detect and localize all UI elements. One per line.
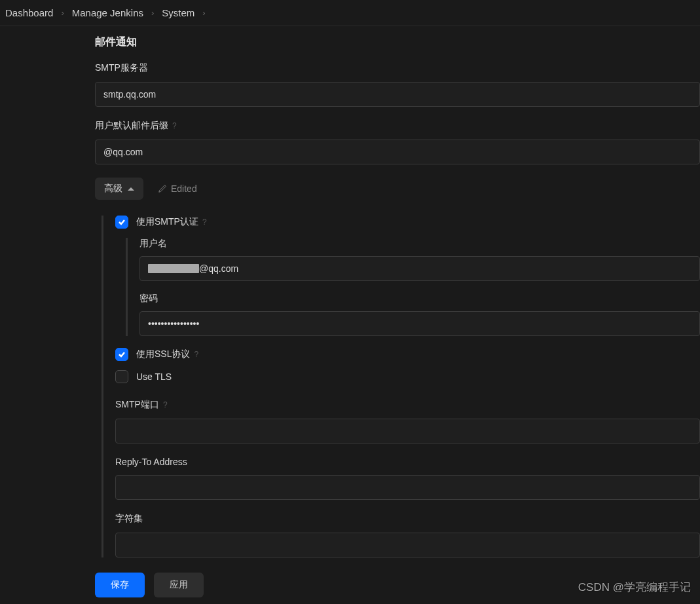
help-icon[interactable]: ?: [194, 350, 198, 359]
breadcrumb-manage-jenkins[interactable]: Manage Jenkins: [72, 7, 143, 18]
username-field: 用户名 @qq.com: [139, 238, 700, 281]
help-icon[interactable]: ?: [163, 400, 168, 409]
smtp-server-field: SMTP服务器: [95, 62, 700, 107]
check-icon: [118, 218, 126, 226]
use-ssl-checkbox[interactable]: [115, 348, 128, 361]
advanced-toggle-button[interactable]: 高级: [95, 178, 143, 200]
chevron-right-icon: ›: [151, 8, 154, 18]
breadcrumb-system[interactable]: System: [162, 7, 194, 18]
reply-to-label: Reply-To Address: [115, 457, 700, 467]
use-tls-checkbox[interactable]: [115, 370, 128, 383]
smtp-server-input[interactable]: [95, 82, 700, 107]
chevron-up-icon: [128, 187, 134, 191]
use-smtp-auth-checkbox[interactable]: [115, 216, 128, 229]
charset-field: 字符集: [115, 513, 700, 557]
username-label: 用户名: [139, 238, 700, 250]
masked-username: [148, 264, 199, 273]
chevron-right-icon: ›: [61, 8, 64, 18]
smtp-port-input[interactable]: [115, 419, 700, 444]
password-input[interactable]: [139, 311, 700, 336]
password-field: 密码: [139, 293, 700, 336]
advanced-row: 高级 Edited: [95, 178, 700, 200]
chevron-right-icon: ›: [202, 8, 205, 18]
use-tls-row: Use TLS: [115, 370, 700, 383]
apply-button[interactable]: 应用: [154, 573, 204, 597]
use-tls-label: Use TLS: [136, 371, 172, 382]
charset-label: 字符集: [115, 513, 700, 525]
auth-credentials: 用户名 @qq.com 密码: [126, 238, 700, 336]
pencil-icon: [158, 184, 167, 193]
watermark: CSDN @学亮编程手记: [578, 580, 691, 595]
default-suffix-field: 用户默认邮件后缀?: [95, 120, 700, 164]
reply-to-field: Reply-To Address: [115, 457, 700, 500]
save-button[interactable]: 保存: [95, 573, 145, 597]
section-title: 邮件通知: [95, 35, 700, 49]
smtp-port-label: SMTP端口?: [115, 399, 700, 411]
smtp-server-label: SMTP服务器: [95, 62, 700, 74]
use-ssl-row: 使用SSL协议?: [115, 348, 700, 361]
help-icon[interactable]: ?: [172, 121, 177, 130]
advanced-section: 使用SMTP认证? 用户名 @qq.com 密码 使用SSL协议?: [101, 216, 700, 557]
breadcrumb-dashboard[interactable]: Dashboard: [5, 7, 53, 18]
default-suffix-label: 用户默认邮件后缀?: [95, 120, 700, 132]
smtp-port-field: SMTP端口?: [115, 399, 700, 444]
use-ssl-label: 使用SSL协议?: [136, 349, 198, 360]
check-icon: [118, 350, 126, 358]
default-suffix-input[interactable]: [95, 140, 700, 164]
username-input[interactable]: @qq.com: [139, 256, 700, 281]
main-content: 邮件通知 SMTP服务器 用户默认邮件后缀? 高级 Edited 使用SMTP认…: [0, 26, 700, 604]
use-smtp-auth-row: 使用SMTP认证?: [115, 216, 700, 229]
charset-input[interactable]: [115, 533, 700, 557]
password-label: 密码: [139, 293, 700, 305]
reply-to-input[interactable]: [115, 475, 700, 500]
breadcrumb: Dashboard › Manage Jenkins › System ›: [0, 0, 700, 26]
edited-indicator: Edited: [158, 183, 197, 194]
help-icon[interactable]: ?: [202, 217, 207, 227]
use-smtp-auth-label: 使用SMTP认证?: [136, 216, 207, 228]
